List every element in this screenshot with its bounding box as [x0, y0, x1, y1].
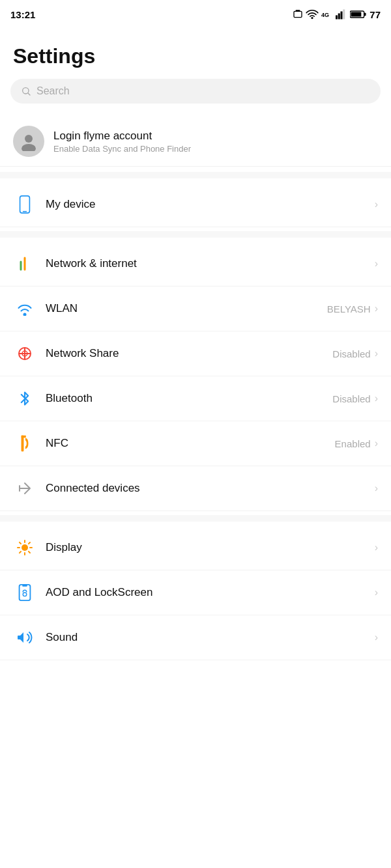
- network-share-value: Disabled: [332, 348, 370, 359]
- search-icon: [21, 86, 31, 96]
- connected-devices-chevron: ›: [375, 483, 378, 494]
- bluetooth-value: Disabled: [332, 393, 370, 404]
- aod-lockscreen-label: AOD and LockScreen: [46, 586, 375, 599]
- search-bar[interactable]: Search: [10, 79, 381, 104]
- connected-devices-label: Connected devices: [46, 482, 375, 495]
- svg-text:4G: 4G: [321, 12, 329, 18]
- sound-icon: [13, 626, 36, 649]
- avatar: [13, 126, 44, 157]
- bluetooth-label: Bluetooth: [46, 392, 332, 405]
- wifi-icon: [306, 9, 319, 20]
- wlan-chevron: ›: [375, 303, 378, 315]
- svg-point-19: [22, 544, 28, 551]
- network-share-icon: [13, 342, 36, 365]
- svg-point-11: [25, 135, 33, 143]
- settings-item-network-internet[interactable]: Network & internet ›: [0, 242, 391, 287]
- account-section[interactable]: Login flyme account Enable Data Sync and…: [0, 117, 391, 167]
- settings-item-bluetooth[interactable]: Bluetooth Disabled ›: [0, 376, 391, 421]
- search-placeholder: Search: [36, 85, 70, 97]
- my-device-label: My device: [46, 198, 375, 211]
- settings-item-network-share[interactable]: Network Share Disabled ›: [0, 331, 391, 376]
- settings-item-nfc[interactable]: NFC Enabled ›: [0, 421, 391, 466]
- status-time: 13:21: [10, 9, 35, 20]
- bluetooth-icon: [13, 387, 36, 410]
- nfc-label: NFC: [46, 437, 335, 450]
- battery-icon: [350, 9, 367, 20]
- settings-item-wlan[interactable]: WLAN BELYASH ›: [0, 287, 391, 331]
- aod-icon: [13, 581, 36, 604]
- wlan-value: BELYASH: [327, 303, 371, 315]
- network-share-chevron: ›: [375, 348, 378, 359]
- svg-rect-21: [22, 585, 27, 587]
- nfc-icon: [13, 432, 36, 455]
- settings-item-aod-lockscreen[interactable]: AOD and LockScreen ›: [0, 570, 391, 615]
- svg-rect-18: [22, 436, 24, 452]
- 4g-icon: 4G: [321, 9, 333, 20]
- account-subtitle: Enable Data Sync and Phone Finder: [53, 144, 191, 154]
- svg-point-12: [22, 144, 36, 151]
- settings-item-sound[interactable]: Sound ›: [0, 615, 391, 660]
- battery-level: 77: [369, 9, 381, 20]
- section-divider-3: [0, 515, 391, 522]
- svg-rect-0: [294, 11, 302, 17]
- display-label: Display: [46, 541, 375, 554]
- svg-point-22: [23, 593, 27, 596]
- aod-lockscreen-chevron: ›: [375, 587, 378, 598]
- bluetooth-chevron: ›: [375, 393, 378, 404]
- nfc-chevron: ›: [375, 438, 378, 449]
- svg-rect-3: [336, 16, 338, 20]
- screenshot-icon: [293, 9, 303, 20]
- status-icons: 4G 77: [293, 9, 381, 20]
- network-internet-chevron: ›: [375, 258, 378, 270]
- page-title: Settings: [0, 26, 391, 79]
- settings-item-connected-devices[interactable]: Connected devices ›: [0, 466, 391, 511]
- sound-chevron: ›: [375, 632, 378, 643]
- section-divider-1: [0, 172, 391, 178]
- avatar-icon: [19, 132, 38, 151]
- connected-devices-icon: [13, 477, 36, 500]
- phone-icon: [13, 193, 36, 216]
- settings-item-display[interactable]: Display ›: [0, 525, 391, 570]
- network-icon: [13, 252, 36, 275]
- svg-rect-8: [351, 12, 362, 16]
- network-internet-label: Network & internet: [46, 257, 375, 270]
- my-device-chevron: ›: [375, 199, 378, 210]
- svg-rect-6: [343, 10, 345, 20]
- wlan-icon: [13, 297, 36, 320]
- svg-rect-5: [341, 12, 343, 20]
- display-chevron: ›: [375, 542, 378, 553]
- wlan-label: WLAN: [46, 302, 327, 315]
- svg-rect-14: [23, 211, 27, 212]
- status-bar: 13:21 4G 77: [0, 0, 391, 26]
- signal-icon: [336, 9, 347, 20]
- svg-rect-13: [20, 196, 30, 213]
- section-divider-2: [0, 231, 391, 238]
- svg-rect-9: [364, 13, 366, 16]
- nfc-value: Enabled: [335, 438, 371, 449]
- network-share-label: Network Share: [46, 347, 332, 360]
- account-info: Login flyme account Enable Data Sync and…: [53, 130, 191, 154]
- account-title: Login flyme account: [53, 130, 191, 143]
- svg-point-15: [23, 313, 27, 316]
- display-icon: [13, 536, 36, 559]
- sound-label: Sound: [46, 631, 375, 644]
- svg-rect-1: [296, 10, 300, 11]
- settings-item-my-device[interactable]: My device ›: [0, 182, 391, 227]
- svg-rect-4: [338, 14, 340, 20]
